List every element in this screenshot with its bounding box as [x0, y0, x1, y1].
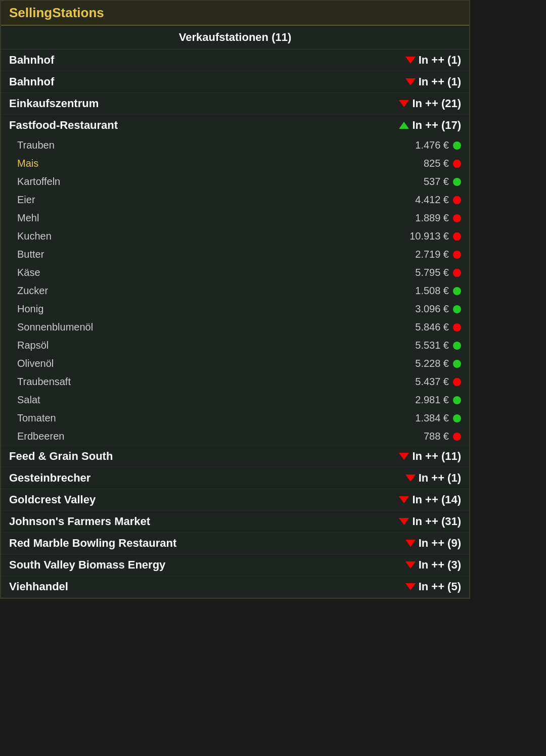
station-name: Fastfood-Restaurant [9, 119, 118, 132]
stations-list: BahnhofIn ++ (1)BahnhofIn ++ (1)Einkaufs… [1, 50, 469, 598]
product-row: Olivenöl5.228 € [1, 354, 469, 372]
panel-header: SellingStations [1, 1, 469, 26]
price-value: 1.384 € [415, 412, 449, 424]
arrow-down-icon [399, 518, 409, 525]
price-value: 5.228 € [415, 358, 449, 369]
station-status: In ++ (31) [399, 515, 461, 528]
status-text: In ++ (17) [412, 119, 461, 132]
status-text: In ++ (1) [419, 54, 461, 67]
product-price: 788 € [424, 431, 461, 442]
product-row: Honig3.096 € [1, 300, 469, 318]
price-value: 4.412 € [415, 194, 449, 206]
red-dot-icon [453, 232, 461, 241]
status-text: In ++ (1) [419, 471, 461, 485]
product-row: Mehl1.889 € [1, 209, 469, 227]
station-name: Viehhandel [9, 580, 68, 593]
station-status: In ++ (1) [405, 471, 461, 485]
arrow-down-icon [405, 583, 416, 590]
status-text: In ++ (31) [412, 515, 461, 528]
arrow-down-icon [399, 496, 409, 503]
arrow-up-icon [399, 122, 409, 129]
price-value: 1.508 € [415, 285, 449, 297]
arrow-down-icon [405, 540, 416, 547]
green-dot-icon [453, 305, 461, 313]
station-status: In ++ (17) [399, 119, 461, 132]
station-group: Red Marble Bowling RestaurantIn ++ (9) [1, 533, 469, 554]
product-price: 1.889 € [415, 212, 461, 224]
red-dot-icon [453, 269, 461, 277]
station-header-row: BahnhofIn ++ (1) [1, 50, 469, 71]
red-dot-icon [453, 433, 461, 441]
product-price: 1.508 € [415, 285, 461, 297]
station-header-row: Feed & Grain SouthIn ++ (11) [1, 446, 469, 467]
green-dot-icon [453, 287, 461, 295]
product-name: Käse [17, 267, 40, 278]
product-row: Kuchen10.913 € [1, 227, 469, 245]
station-name: Einkaufszentrum [9, 97, 99, 110]
station-name: Feed & Grain South [9, 450, 113, 463]
product-row: Rapsöl5.531 € [1, 336, 469, 354]
station-status: In ++ (1) [405, 75, 461, 88]
station-name: Johnson's Farmers Market [9, 515, 150, 528]
product-row: Salat2.981 € [1, 391, 469, 409]
product-name: Erdbeeren [17, 431, 64, 442]
price-value: 1.476 € [415, 139, 449, 151]
panel-title: SellingStations [9, 5, 104, 20]
product-row: Sonnenblumenöl5.846 € [1, 318, 469, 336]
price-value: 5.531 € [415, 340, 449, 351]
station-header-row: Johnson's Farmers MarketIn ++ (31) [1, 511, 469, 532]
product-price: 5.846 € [415, 321, 461, 333]
station-header-row: Red Marble Bowling RestaurantIn ++ (9) [1, 533, 469, 554]
green-dot-icon [453, 360, 461, 368]
product-name: Zucker [17, 285, 48, 297]
arrow-down-icon [399, 100, 409, 107]
red-dot-icon [453, 323, 461, 332]
red-dot-icon [453, 251, 461, 259]
price-value: 788 € [424, 431, 449, 442]
product-row: Butter2.719 € [1, 245, 469, 263]
product-name: Trauben [17, 139, 55, 151]
product-name: Mehl [17, 212, 39, 224]
product-price: 1.476 € [415, 139, 461, 151]
product-name: Eier [17, 194, 35, 206]
green-dot-icon [453, 342, 461, 350]
green-dot-icon [453, 396, 461, 404]
green-dot-icon [453, 178, 461, 186]
arrow-down-icon [405, 561, 416, 569]
station-group: Feed & Grain SouthIn ++ (11) [1, 446, 469, 467]
price-value: 537 € [424, 176, 449, 187]
product-name: Tomaten [17, 412, 56, 424]
station-status: In ++ (5) [405, 580, 461, 593]
station-group: ViehhandelIn ++ (5) [1, 576, 469, 598]
station-group: BahnhofIn ++ (1) [1, 50, 469, 71]
product-name: Honig [17, 303, 43, 315]
station-group: Johnson's Farmers MarketIn ++ (31) [1, 511, 469, 533]
product-price: 2.719 € [415, 249, 461, 260]
product-price: 5.531 € [415, 340, 461, 351]
price-value: 5.846 € [415, 321, 449, 333]
product-row: Käse5.795 € [1, 263, 469, 281]
station-group: EinkaufszentrumIn ++ (21) [1, 93, 469, 115]
status-text: In ++ (3) [419, 558, 461, 572]
product-row: Kartoffeln537 € [1, 172, 469, 191]
product-price: 3.096 € [415, 303, 461, 315]
status-text: In ++ (14) [412, 493, 461, 506]
product-price: 825 € [424, 158, 461, 169]
product-name: Olivenöl [17, 358, 54, 369]
product-row: Traubensaft5.437 € [1, 372, 469, 391]
product-row: Tomaten1.384 € [1, 409, 469, 427]
product-price: 1.384 € [415, 412, 461, 424]
station-status: In ++ (3) [405, 558, 461, 572]
price-value: 5.437 € [415, 376, 449, 388]
price-value: 1.889 € [415, 212, 449, 224]
station-status: In ++ (14) [399, 493, 461, 506]
station-name: Gesteinbrecher [9, 471, 90, 485]
status-text: In ++ (21) [412, 97, 461, 110]
status-text: In ++ (9) [419, 537, 461, 550]
station-group: Goldcrest ValleyIn ++ (14) [1, 489, 469, 511]
green-dot-icon [453, 141, 461, 150]
product-name: Rapsöl [17, 340, 49, 351]
price-value: 2.719 € [415, 249, 449, 260]
arrow-down-icon [405, 57, 416, 64]
selling-stations-panel: SellingStations Verkaufstationen (11) Ba… [0, 0, 470, 599]
